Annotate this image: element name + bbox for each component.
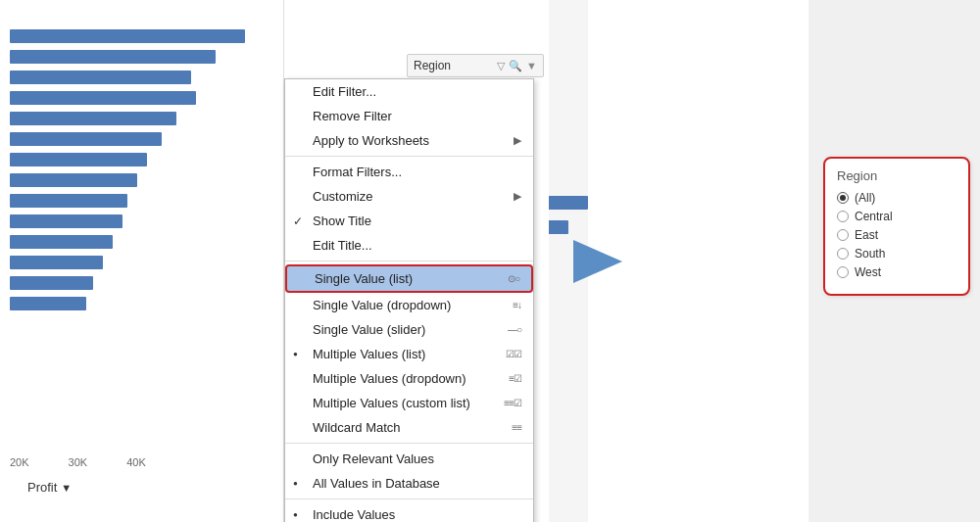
menu-item-label: Multiple Values (dropdown) xyxy=(313,371,466,386)
menu-item-show-title[interactable]: ✓Show Title xyxy=(285,209,533,233)
menu-item-remove-filter[interactable]: Remove Filter xyxy=(285,104,533,128)
x-label: 30K xyxy=(69,456,88,468)
menu-separator xyxy=(285,443,533,444)
menu-item-include-values[interactable]: Include Values xyxy=(285,502,533,522)
region-option[interactable]: West xyxy=(837,265,956,279)
radio-button[interactable] xyxy=(837,211,849,222)
dropdown-area: Region ▽ 🔍 ▼ Edit Filter...Remove Filter… xyxy=(284,0,549,522)
menu-item-label: Wildcard Match xyxy=(313,420,401,435)
bar xyxy=(10,276,93,290)
menu-item-all-values[interactable]: All Values in Database xyxy=(285,471,533,496)
bar-row xyxy=(10,297,274,310)
bar xyxy=(10,91,196,105)
menu-item-apply-worksheets[interactable]: Apply to Worksheets▶ xyxy=(285,128,533,153)
chart-area: 20K30K40K Profit ▼ xyxy=(0,0,284,522)
x-label: 40K xyxy=(126,456,146,468)
menu-item-format-filters[interactable]: Format Filters... xyxy=(285,160,533,184)
bar-row xyxy=(10,256,274,269)
x-label: 20K xyxy=(10,456,29,468)
bar-row xyxy=(10,71,274,84)
profit-text: Profit xyxy=(27,480,57,495)
region-widget: Region (All)CentralEastSouthWest xyxy=(823,157,970,296)
bar-row xyxy=(10,91,274,105)
bar-row xyxy=(10,173,274,187)
arrow-shape xyxy=(573,240,622,283)
menu-item-only-relevant[interactable]: Only Relevant Values xyxy=(285,447,533,471)
bar xyxy=(10,29,245,43)
menu-item-edit-filter[interactable]: Edit Filter... xyxy=(285,79,533,104)
menu-item-icon: ≡≡ xyxy=(512,422,521,433)
menu-item-label: Include Values xyxy=(313,507,395,522)
menu-item-label: Apply to Worksheets xyxy=(313,133,429,148)
region-option[interactable]: East xyxy=(837,228,956,242)
menu-item-icon: ≡≡☑ xyxy=(504,398,521,408)
chart-bars xyxy=(10,29,274,317)
bar-row xyxy=(10,194,274,208)
menu-separator xyxy=(285,156,533,157)
bar-row xyxy=(10,235,274,249)
bar xyxy=(10,297,86,310)
radio-button[interactable] xyxy=(837,266,849,278)
menu-item-single-value-slider[interactable]: Single Value (slider)—○ xyxy=(285,317,533,342)
filter-icon: ▼ xyxy=(61,482,72,494)
bar xyxy=(10,132,162,146)
menu-item-label: Only Relevant Values xyxy=(313,451,434,466)
filter-dropdown-icon: ▼ xyxy=(526,60,537,71)
bar xyxy=(10,71,191,84)
menu-item-single-value-dropdown[interactable]: Single Value (dropdown)≡↓ xyxy=(285,293,533,317)
menu-item-multiple-values-list[interactable]: Multiple Values (list)☑☑ xyxy=(285,342,533,366)
radio-button[interactable] xyxy=(837,229,849,241)
region-option-label: Central xyxy=(855,210,893,223)
menu-item-label: Remove Filter xyxy=(313,109,392,123)
menu-item-label: Edit Title... xyxy=(313,238,372,253)
menu-item-edit-title[interactable]: Edit Title... xyxy=(285,233,533,258)
context-menu: Edit Filter...Remove FilterApply to Work… xyxy=(284,78,534,522)
bar-row xyxy=(10,276,274,290)
menu-item-label: Single Value (slider) xyxy=(313,322,425,337)
region-option-label: (All) xyxy=(855,191,875,205)
menu-item-label: Multiple Values (custom list) xyxy=(313,396,470,410)
menu-item-label: Format Filters... xyxy=(313,165,402,179)
bar xyxy=(10,153,147,166)
radio-button[interactable] xyxy=(837,248,849,260)
filter-funnel-icon: ▽ xyxy=(497,60,505,72)
region-option[interactable]: South xyxy=(837,247,956,261)
region-option-label: South xyxy=(855,247,885,261)
menu-item-icon: ≡↓ xyxy=(513,300,521,310)
menu-item-icon: ☑☑ xyxy=(506,349,521,359)
menu-item-label: Single Value (dropdown) xyxy=(313,298,451,312)
bar-row xyxy=(10,153,274,166)
menu-item-customize[interactable]: Customize▶ xyxy=(285,184,533,209)
menu-separator xyxy=(285,261,533,261)
menu-item-single-value-list[interactable]: Single Value (list)⊙○ xyxy=(285,264,533,293)
menu-item-label: Edit Filter... xyxy=(313,84,376,99)
filter-header[interactable]: Region ▽ 🔍 ▼ xyxy=(407,54,544,77)
submenu-arrow-icon: ▶ xyxy=(514,190,521,203)
filter-title: Region xyxy=(414,59,493,72)
menu-item-label: Single Value (list) xyxy=(315,271,413,286)
menu-item-label: Multiple Values (list) xyxy=(313,347,425,361)
radio-button[interactable] xyxy=(837,192,849,204)
menu-item-wildcard-match[interactable]: Wildcard Match≡≡ xyxy=(285,415,533,440)
bar-row xyxy=(10,112,274,125)
bar xyxy=(10,256,103,269)
bar xyxy=(10,50,216,64)
bar-row xyxy=(10,132,274,146)
region-option[interactable]: (All) xyxy=(837,191,956,205)
menu-item-label: Customize xyxy=(313,189,372,204)
bar xyxy=(10,235,113,249)
menu-item-label: Show Title xyxy=(313,214,371,228)
arrow xyxy=(568,242,627,281)
menu-item-icon: —○ xyxy=(508,324,521,335)
filter-search-icon: 🔍 xyxy=(509,60,522,72)
bar xyxy=(10,214,122,228)
menu-item-multiple-values-custom[interactable]: Multiple Values (custom list)≡≡☑ xyxy=(285,391,533,415)
region-title: Region xyxy=(837,168,956,183)
region-option[interactable]: Central xyxy=(837,210,956,223)
region-option-label: East xyxy=(855,228,878,242)
bar-row xyxy=(10,50,274,64)
menu-item-icon: ≡☑ xyxy=(509,373,521,384)
bar-row xyxy=(10,29,274,43)
menu-item-multiple-values-dropdown[interactable]: Multiple Values (dropdown)≡☑ xyxy=(285,366,533,391)
bar xyxy=(10,112,176,125)
